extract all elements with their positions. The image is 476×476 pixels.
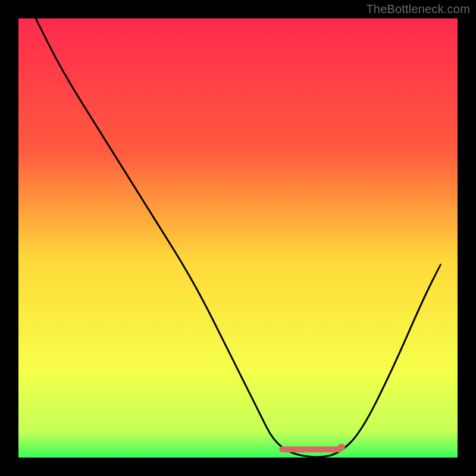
plot-background: [18, 18, 458, 458]
bottleneck-plot: [0, 0, 476, 476]
plot-svg: [0, 0, 476, 476]
minimum-end-dot: [338, 444, 345, 451]
attribution-label: TheBottleneck.com: [366, 2, 470, 16]
